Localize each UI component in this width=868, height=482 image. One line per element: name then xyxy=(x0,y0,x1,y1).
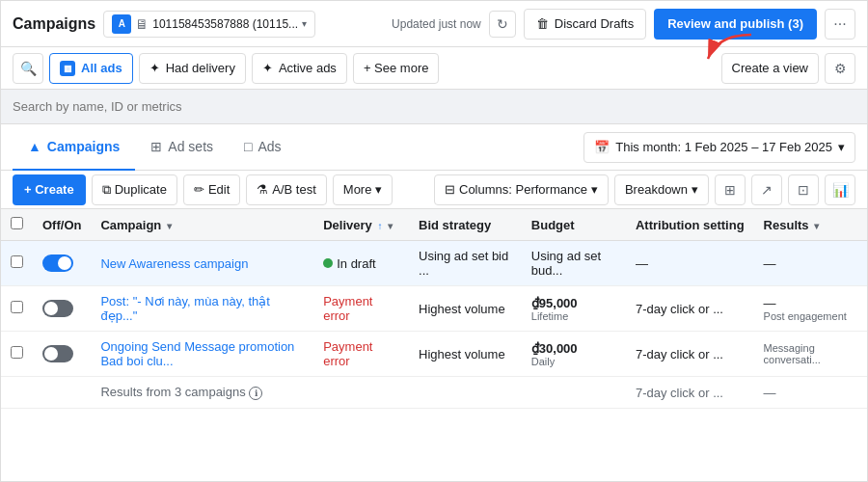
row2-toggle[interactable] xyxy=(42,300,73,317)
row1-delivery-status: In draft xyxy=(323,256,399,271)
row3-results-type: Messaging conversati... xyxy=(764,342,857,365)
all-ads-icon: ▦ xyxy=(60,61,75,76)
expand-button[interactable]: ⊡ xyxy=(788,174,819,205)
search-filter-button[interactable]: 🔍 xyxy=(13,53,43,84)
header-results[interactable]: Results ▾ xyxy=(754,209,867,241)
row1-results: — xyxy=(754,241,867,286)
refresh-button[interactable]: ↻ xyxy=(489,11,516,38)
page-title: Campaigns xyxy=(13,15,95,33)
header-budget: Budget xyxy=(522,209,626,241)
row2-checkbox[interactable] xyxy=(11,301,23,313)
row1-toggle[interactable] xyxy=(42,254,73,272)
discard-drafts-button[interactable]: 🗑 Discard Drafts xyxy=(524,9,646,40)
date-range-button[interactable]: 📅 This month: 1 Feb 2025 – 17 Feb 2025 ▾ xyxy=(583,132,855,163)
breakdown-label: Breakdown xyxy=(625,182,688,197)
row2-campaign-link[interactable]: Post: "- Nơi này, mùa này, thật đẹp..." xyxy=(100,294,269,323)
search-bar xyxy=(1,90,867,124)
filter-bar: 🔍 ▦ All ads ✦ Had delivery ✦ Active ads … xyxy=(1,47,867,90)
date-range-label: This month: 1 Feb 2025 – 17 Feb 2025 xyxy=(615,140,832,154)
more-label: More xyxy=(343,182,372,197)
select-all-checkbox[interactable] xyxy=(11,217,23,229)
row2-checkbox-cell[interactable] xyxy=(1,286,33,332)
all-ads-filter[interactable]: ▦ All ads xyxy=(49,53,133,84)
ab-test-label: A/B test xyxy=(272,182,316,197)
ab-test-icon: ⚗ xyxy=(257,182,268,197)
create-label: + Create xyxy=(24,182,74,197)
delivery-arrow-icon: ▾ xyxy=(388,221,393,231)
row1-delivery: In draft xyxy=(313,241,409,286)
edit-button[interactable]: ✏ Edit xyxy=(183,174,240,205)
row3-checkbox-cell[interactable] xyxy=(1,332,33,377)
more-button[interactable]: More ▾ xyxy=(333,174,393,205)
header-delivery[interactable]: Delivery ↑ ▾ xyxy=(313,209,409,241)
more-options-button[interactable]: ··· xyxy=(825,9,855,40)
footer-attribution: 7-day click or ... xyxy=(626,377,754,409)
row3-toggle-cell[interactable] xyxy=(33,332,91,377)
row1-toggle-cell[interactable] xyxy=(33,241,91,286)
row3-results: Messaging conversati... xyxy=(754,332,867,377)
campaign-sort-icon: ▾ xyxy=(167,221,172,231)
row1-campaign[interactable]: New Awareness campaign xyxy=(91,241,313,286)
calendar-icon: 📅 xyxy=(594,140,610,154)
edit-icon: ✏ xyxy=(194,182,204,197)
header-campaign[interactable]: Campaign ▾ xyxy=(91,209,313,241)
row3-budget-type: Daily xyxy=(531,356,616,367)
see-more-filter[interactable]: + See more xyxy=(353,53,440,84)
grid-view-button[interactable]: ⊞ xyxy=(715,174,746,205)
top-nav: Campaigns A 🖥 101158453587888 (10115... … xyxy=(1,1,867,47)
updated-status: Updated just now xyxy=(392,17,481,31)
footer-results: — xyxy=(754,377,867,409)
row1-checkbox-cell[interactable] xyxy=(1,241,33,286)
create-view-button[interactable]: Create a view xyxy=(721,53,819,84)
ab-test-button[interactable]: ⚗ A/B test xyxy=(246,174,327,205)
campaigns-icon: ▲ xyxy=(28,139,41,154)
active-ads-label: Active ads xyxy=(279,61,337,75)
footer-info-icon[interactable]: ℹ xyxy=(249,387,262,400)
search-input[interactable] xyxy=(13,99,855,114)
export-button[interactable]: ↗ xyxy=(751,174,782,205)
row1-checkbox[interactable] xyxy=(11,255,23,268)
active-ads-filter[interactable]: ✦ Active ads xyxy=(252,53,347,84)
more-chevron-icon: ▾ xyxy=(375,182,382,197)
create-button[interactable]: + Create xyxy=(13,174,86,205)
table-row: Ongoing Send Message promotion Bad boi c… xyxy=(1,332,867,377)
had-delivery-filter[interactable]: ✦ Had delivery xyxy=(139,53,246,84)
row3-checkbox[interactable] xyxy=(11,346,23,359)
ads-tab-label: Ads xyxy=(258,139,282,154)
row3-delivery-text: Payment error xyxy=(323,339,372,368)
duplicate-button[interactable]: ⧉ Duplicate xyxy=(92,174,177,205)
monitor-icon: 🖥 xyxy=(135,16,149,32)
header-select-all[interactable] xyxy=(1,209,33,241)
account-selector[interactable]: A 🖥 101158453587888 (10115... xyxy=(103,11,315,38)
footer-label-text: Results from 3 campaigns xyxy=(100,385,245,399)
campaigns-table: Off/On Campaign ▾ Delivery ↑ ▾ Bid strat… xyxy=(1,209,867,481)
footer-bid xyxy=(409,377,522,409)
tab-ads[interactable]: □ Ads xyxy=(229,124,297,171)
row1-attribution: — xyxy=(626,241,754,286)
row2-delivery-text: Payment error xyxy=(323,294,372,323)
tab-ad-sets[interactable]: ⊞ Ad sets xyxy=(135,124,229,171)
tab-campaigns[interactable]: ▲ Campaigns xyxy=(13,124,135,171)
row2-campaign[interactable]: Post: "- Nơi này, mùa này, thật đẹp..." xyxy=(91,286,313,332)
row1-campaign-link[interactable]: New Awareness campaign xyxy=(100,256,248,271)
filter-settings-button[interactable]: ⚙ xyxy=(825,53,855,84)
row2-results-type: Post engagement xyxy=(764,310,857,322)
row3-delivery: Payment error xyxy=(313,332,409,377)
footer-delivery xyxy=(313,377,409,409)
breakdown-button[interactable]: Breakdown ▾ xyxy=(614,174,709,205)
columns-button[interactable]: ⊟ Columns: Performance ▾ xyxy=(434,174,609,205)
row2-results-dash: — xyxy=(764,296,857,310)
action-bar: + Create ⧉ Duplicate ✏ Edit ⚗ A/B test M… xyxy=(1,171,867,209)
chart-button[interactable]: 📊 xyxy=(825,174,855,205)
review-publish-button[interactable]: Review and publish (3) xyxy=(654,9,817,40)
footer-label: Results from 3 campaigns ℹ xyxy=(91,377,313,409)
row3-toggle[interactable] xyxy=(42,345,73,362)
row3-campaign[interactable]: Ongoing Send Message promotion Bad boi c… xyxy=(91,332,313,377)
footer-budget xyxy=(522,377,626,409)
delivery-sort-icon: ↑ xyxy=(377,221,382,231)
tabs-area: ▲ Campaigns ⊞ Ad sets □ Ads 📅 This month… xyxy=(1,124,867,171)
review-label: Review and publish (3) xyxy=(667,16,803,31)
duplicate-icon: ⧉ xyxy=(102,182,111,198)
row2-toggle-cell[interactable] xyxy=(33,286,91,332)
row3-campaign-link[interactable]: Ongoing Send Message promotion Bad boi c… xyxy=(100,339,294,368)
